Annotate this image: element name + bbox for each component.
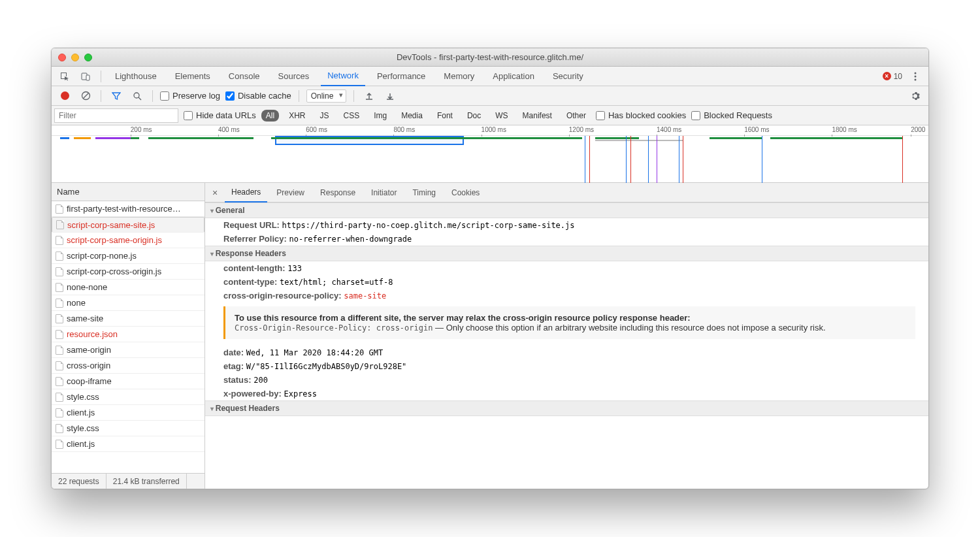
type-manifest[interactable]: Manifest bbox=[518, 110, 557, 122]
tab-sources[interactable]: Sources bbox=[272, 67, 316, 86]
request-name: coop-iframe bbox=[67, 376, 112, 386]
type-ws[interactable]: WS bbox=[491, 110, 512, 122]
request-name: client.js bbox=[67, 439, 95, 449]
tab-application[interactable]: Application bbox=[486, 67, 541, 86]
row-referrer-policy: Referrer Policy: no-referrer-when-downgr… bbox=[205, 232, 928, 246]
detail-tab-preview[interactable]: Preview bbox=[270, 183, 311, 203]
requests-count: 22 requests bbox=[52, 474, 106, 489]
type-css[interactable]: CSS bbox=[338, 110, 364, 122]
svg-point-4 bbox=[915, 78, 917, 80]
request-row[interactable]: resource.json bbox=[52, 327, 204, 342]
hide-data-urls-checkbox[interactable]: Hide data URLs bbox=[184, 110, 256, 120]
filter-bar: Hide data URLs All XHR JS CSS Img Media … bbox=[52, 106, 928, 125]
request-name: cross-origin bbox=[67, 361, 110, 370]
request-row[interactable]: same-site bbox=[52, 311, 204, 327]
error-icon: × bbox=[883, 72, 891, 80]
request-row[interactable]: style.css bbox=[52, 389, 204, 405]
tab-security[interactable]: Security bbox=[546, 67, 590, 86]
request-name: none bbox=[67, 298, 86, 308]
file-icon bbox=[56, 252, 63, 261]
request-row[interactable]: first-party-test-with-resource… bbox=[52, 201, 204, 217]
search-icon[interactable] bbox=[129, 88, 145, 104]
detail-body: General Request URL: https://third-party… bbox=[205, 203, 928, 489]
type-font[interactable]: Font bbox=[433, 110, 457, 122]
detail-tab-headers[interactable]: Headers bbox=[225, 183, 267, 203]
file-icon bbox=[56, 236, 63, 245]
file-icon bbox=[56, 330, 63, 339]
request-row[interactable]: cross-origin bbox=[52, 358, 204, 374]
section-response-headers[interactable]: Response Headers bbox=[205, 246, 928, 261]
upload-har-icon[interactable] bbox=[361, 88, 377, 104]
settings-icon[interactable] bbox=[907, 88, 923, 104]
record-button[interactable] bbox=[57, 88, 73, 104]
close-detail-button[interactable]: × bbox=[208, 187, 222, 198]
tab-elements[interactable]: Elements bbox=[169, 67, 217, 86]
throttling-select[interactable]: Online bbox=[306, 90, 346, 103]
type-img[interactable]: Img bbox=[369, 110, 391, 122]
request-row[interactable]: none bbox=[52, 295, 204, 311]
tab-network[interactable]: Network bbox=[321, 67, 365, 86]
file-icon bbox=[56, 299, 63, 308]
request-name: script-corp-none.js bbox=[67, 251, 137, 261]
request-row[interactable]: script-corp-same-origin.js bbox=[52, 233, 204, 248]
detail-tab-response[interactable]: Response bbox=[314, 183, 362, 203]
disable-cache-checkbox[interactable]: Disable cache bbox=[225, 91, 291, 101]
type-media[interactable]: Media bbox=[397, 110, 427, 122]
timeline-body bbox=[52, 136, 928, 183]
download-har-icon[interactable] bbox=[382, 88, 398, 104]
request-row[interactable]: style.css bbox=[52, 421, 204, 436]
error-count[interactable]: ×10 bbox=[883, 72, 902, 81]
type-all[interactable]: All bbox=[261, 110, 279, 122]
section-general[interactable]: General bbox=[205, 203, 928, 218]
request-name: same-origin bbox=[67, 345, 111, 355]
request-row[interactable]: client.js bbox=[52, 436, 204, 452]
request-list: Name first-party-test-with-resource…scri… bbox=[52, 183, 205, 489]
inspect-icon[interactable] bbox=[57, 69, 73, 84]
row-content-type: content-type: text/html; charset=utf-8 bbox=[205, 275, 928, 289]
request-name: resource.json bbox=[67, 329, 118, 339]
svg-rect-1 bbox=[86, 75, 90, 80]
file-icon bbox=[56, 267, 63, 276]
request-row[interactable]: client.js bbox=[52, 405, 204, 421]
request-detail: × Headers Preview Response Initiator Tim… bbox=[205, 183, 928, 489]
file-icon bbox=[56, 204, 63, 214]
detail-tabs: × Headers Preview Response Initiator Tim… bbox=[205, 183, 928, 203]
status-bar: 22 requests 21.4 kB transferred bbox=[52, 473, 204, 489]
detail-tab-initiator[interactable]: Initiator bbox=[365, 183, 403, 203]
filter-icon[interactable] bbox=[108, 88, 124, 104]
tab-console[interactable]: Console bbox=[222, 67, 267, 86]
tab-lighthouse[interactable]: Lighthouse bbox=[108, 67, 163, 86]
clear-icon[interactable] bbox=[78, 88, 93, 104]
request-row[interactable]: script-corp-cross-origin.js bbox=[52, 264, 204, 280]
detail-tab-cookies[interactable]: Cookies bbox=[445, 183, 486, 203]
request-row[interactable]: script-corp-none.js bbox=[52, 248, 204, 264]
window-title: DevTools - first-party-test-with-resourc… bbox=[52, 52, 928, 62]
divider bbox=[101, 71, 101, 82]
has-blocked-cookies-checkbox[interactable]: Has blocked cookies bbox=[596, 110, 686, 120]
type-xhr[interactable]: XHR bbox=[284, 110, 310, 122]
more-icon[interactable] bbox=[907, 69, 923, 84]
tab-performance[interactable]: Performance bbox=[370, 67, 432, 86]
file-icon bbox=[56, 361, 63, 370]
tab-memory[interactable]: Memory bbox=[437, 67, 481, 86]
detail-tab-timing[interactable]: Timing bbox=[406, 183, 442, 203]
request-list-header[interactable]: Name bbox=[52, 183, 204, 201]
filter-input[interactable] bbox=[54, 108, 178, 123]
divider bbox=[353, 90, 354, 102]
device-toolbar-icon[interactable] bbox=[78, 69, 93, 84]
section-request-headers[interactable]: Request Headers bbox=[205, 400, 928, 416]
timeline-overview[interactable]: 200 ms 400 ms 600 ms 800 ms 1000 ms 1200… bbox=[52, 125, 928, 183]
type-doc[interactable]: Doc bbox=[463, 110, 485, 122]
request-row[interactable]: none-none bbox=[52, 280, 204, 295]
type-js[interactable]: JS bbox=[315, 110, 333, 122]
preserve-log-checkbox[interactable]: Preserve log bbox=[160, 91, 220, 101]
type-other[interactable]: Other bbox=[562, 110, 591, 122]
blocked-requests-checkbox[interactable]: Blocked Requests bbox=[691, 110, 772, 120]
svg-point-7 bbox=[134, 93, 139, 98]
request-row[interactable]: script-corp-same-site.js bbox=[52, 217, 204, 233]
request-name: script-corp-cross-origin.js bbox=[67, 267, 161, 276]
request-row[interactable]: same-origin bbox=[52, 342, 204, 358]
divider bbox=[101, 90, 101, 102]
request-row[interactable]: coop-iframe bbox=[52, 374, 204, 389]
row-corp: cross-origin-resource-policy: same-site bbox=[205, 289, 928, 302]
